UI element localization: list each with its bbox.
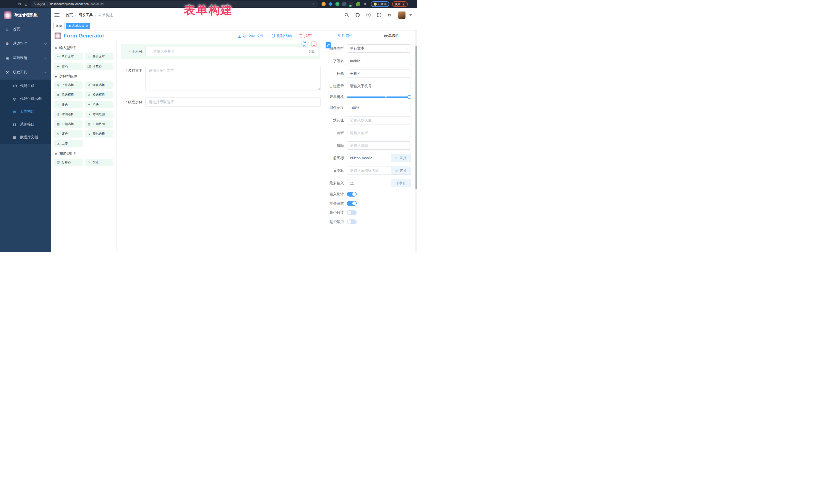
palette-item-按钮[interactable]: ☞按钮 <box>85 159 114 166</box>
resize-grip-icon[interactable] <box>317 88 320 90</box>
prop-switch-输入统计[interactable] <box>347 192 357 197</box>
palette-item-密码[interactable]: •••密码 <box>54 63 83 70</box>
breadcrumb-item-首页[interactable]: 首页 <box>66 13 73 18</box>
sidebar-item-代码生成示例[interactable]: ◎代码生成示例 <box>0 92 51 105</box>
form-item-row: 级联选择请选择级联选择 <box>121 97 321 107</box>
palette-item-多行文本[interactable]: ▢多行文本 <box>85 53 114 60</box>
prop-input-字段名[interactable]: mobile <box>347 57 411 65</box>
field-textarea-多行文本[interactable]: 请输入多行文本 <box>146 66 321 91</box>
forward-icon[interactable]: → <box>10 2 14 6</box>
palette-item-label: 时间选择 <box>62 112 74 116</box>
delete-field-button[interactable] <box>311 41 317 47</box>
prop-input-后图标[interactable]: 请输入后图标名称 <box>347 167 391 175</box>
prop-input-最多输入[interactable]: 11 <box>347 179 391 187</box>
font-size-icon[interactable]: ᴛT <box>387 13 392 18</box>
prop-input-标题[interactable]: 手机号 <box>347 69 411 78</box>
browser-update-badge[interactable]: 更新 ⋮⋮ <box>392 1 408 7</box>
canvas-field-级联选择[interactable]: 级联选择请选择级联选择 <box>121 97 321 107</box>
reload-icon[interactable]: ↻ <box>18 2 21 6</box>
tab-表单属性[interactable]: 表单属性 <box>369 30 415 41</box>
slider-handle[interactable] <box>408 95 411 99</box>
close-icon[interactable]: × <box>86 25 88 28</box>
tab-表单构建[interactable]: 表单构建× <box>66 23 90 29</box>
palette-item-下拉选择[interactable]: ◎下拉选择 <box>54 81 83 89</box>
paused-extension-badge[interactable]: 已暂停 <box>371 1 389 7</box>
ext-onepass-extension-icon[interactable] <box>349 2 353 6</box>
palette-item-单选框组[interactable]: ◉单选框组 <box>54 91 83 98</box>
sidebar-item-系统接口[interactable]: ☷系统接口 <box>0 118 51 131</box>
canvas-field-多行文本[interactable]: 多行文本请输入多行文本 <box>121 66 321 91</box>
prop-select-组件类型[interactable]: 单行文本 <box>347 44 411 52</box>
ext-puzzle-extension-icon[interactable]: ❖ <box>363 2 367 6</box>
prop-input-组件宽度[interactable]: 100% <box>347 104 411 112</box>
palette-item-级联选择[interactable]: ⋔级联选择 <box>85 81 114 89</box>
prop-switch-是否只读[interactable] <box>347 210 357 215</box>
ext-leaf-extension-icon[interactable] <box>356 2 360 6</box>
collapse-sidebar-icon[interactable] <box>54 13 60 17</box>
palette-item-开关[interactable]: ◐开关 <box>54 101 83 108</box>
ext-gray-extension-icon[interactable] <box>342 2 347 6</box>
sidebar-item-表单构建[interactable]: ⊞表单构建 <box>0 105 51 118</box>
sidebar-item-数据库文档[interactable]: ▦数据库文档 <box>0 131 51 144</box>
duplicate-field-button[interactable] <box>302 41 307 47</box>
not-secure-warning[interactable]: ⚠不安全 <box>34 2 46 6</box>
clear-button[interactable]: 清空 <box>300 34 312 38</box>
address-bar[interactable]: ⚠不安全 | dashboard.yudao.iocoder.cn /tool/… <box>30 1 318 7</box>
search-icon[interactable] <box>344 13 349 18</box>
copy-code-button[interactable]: 复制代码 <box>272 34 292 38</box>
palette-item-行容器[interactable]: ◫行容器 <box>54 159 83 166</box>
palette-item-颜色选择[interactable]: ◑颜色选择 <box>85 130 114 137</box>
palette-item-时间范围[interactable]: ◔时间范围 <box>85 111 114 118</box>
palette-item-日期选择[interactable]: ▦日期选择 <box>54 120 83 128</box>
prop-input-占位提示[interactable]: 请输入手机号 <box>347 82 411 90</box>
ext-green-check-extension-icon[interactable]: ✓ <box>335 2 339 6</box>
github-icon[interactable] <box>355 13 360 18</box>
sidebar-item-首页[interactable]: ⌂首页 <box>0 22 51 37</box>
palette-item-多选框组[interactable]: ☑多选框组 <box>85 91 114 98</box>
sidebar-item-系统管理[interactable]: ⚙系统管理 <box>0 37 51 51</box>
sidebar-item-基础设施[interactable]: ▣基础设施 <box>0 51 51 65</box>
field-cascader-级联选择[interactable]: 请选择级联选择 <box>146 97 321 107</box>
palette-item-计数器[interactable]: 123计数器 <box>85 63 114 70</box>
user-avatar[interactable] <box>398 11 406 19</box>
sidebar-item-label: 系统管理 <box>13 41 41 46</box>
fullscreen-icon[interactable] <box>376 13 381 18</box>
sidebar-item-研发工具[interactable]: ⚒研发工具 <box>0 65 51 80</box>
prop-input-前缀[interactable]: 请输入前缀 <box>347 129 411 137</box>
tab-首页[interactable]: 首页 <box>53 23 65 29</box>
prop-input-后缀[interactable]: 请输入后缀 <box>347 141 411 150</box>
palette-item-上传[interactable]: ☁上传 <box>54 140 83 147</box>
field-input-手机号[interactable]: 请输入手机号0/11 <box>146 47 318 56</box>
link-handle-button[interactable] <box>326 42 331 48</box>
help-icon[interactable]: ? <box>366 13 371 18</box>
palette-item-评分[interactable]: ☆评分 <box>54 130 83 137</box>
avatar-caret-icon[interactable] <box>409 14 412 16</box>
sidebar-item-代码生成[interactable]: </>代码生成 <box>0 80 51 92</box>
scrollbar-thumb[interactable] <box>415 46 417 190</box>
palette-item-时间选择[interactable]: ◷时间选择 <box>54 111 83 118</box>
prop-switch-能否清空[interactable] <box>347 201 357 206</box>
breadcrumb-item-研发工具[interactable]: 研发工具 <box>79 13 93 18</box>
kebab-menu-icon[interactable]: ⋮⋮ <box>402 2 405 7</box>
export-vue-button[interactable]: ↓导出vue文件 <box>238 34 264 38</box>
ext-orange-extension-icon[interactable] <box>322 2 326 6</box>
select-icon-button[interactable]: ☞选择 <box>391 154 411 162</box>
prop-slider-表单栅格[interactable] <box>347 95 411 99</box>
bookmark-star-icon[interactable]: ☆ <box>312 2 315 6</box>
prop-switch-是否禁用[interactable] <box>347 219 357 224</box>
app-logo-row[interactable]: 芋道管理系统 <box>0 8 51 22</box>
prop-input-默认值[interactable]: 请输入默认值 <box>347 116 411 125</box>
canvas-field-手机号[interactable]: 手机号请输入手机号0/11 <box>121 44 320 59</box>
back-icon[interactable]: ← <box>3 2 6 6</box>
trash-icon <box>300 34 302 38</box>
home-chrome-icon[interactable]: ⌂ <box>25 2 27 6</box>
select-icon-button[interactable]: ☞选择 <box>391 167 411 175</box>
form-canvas[interactable]: 手机号请输入手机号0/11多行文本请输入多行文本级联选择请选择级联选择 <box>117 41 322 252</box>
properties-tabs: 组件属性表单属性 <box>322 30 415 41</box>
palette-item-日期范围[interactable]: ▤日期范围 <box>85 120 114 128</box>
palette-item-滑块[interactable]: ⊸滑块 <box>85 101 114 108</box>
palette-item-单行文本[interactable]: ▭单行文本 <box>54 53 83 60</box>
prop-input-前图标[interactable]: el-icon-mobile <box>347 154 391 162</box>
ext-gem-extension-icon[interactable] <box>328 2 333 6</box>
tab-组件属性[interactable]: 组件属性 <box>322 30 369 41</box>
